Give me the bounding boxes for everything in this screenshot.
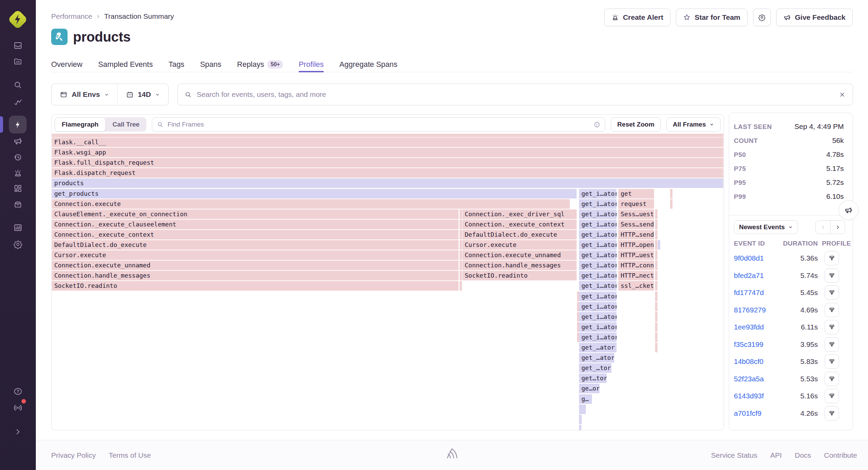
view-profile-button[interactable] (825, 303, 839, 317)
create-alert-button[interactable]: Create Alert (604, 9, 670, 26)
flame-frame[interactable] (460, 220, 462, 229)
flame-frame[interactable]: get_i…ator (579, 209, 617, 219)
flame-frame[interactable] (655, 292, 657, 301)
footer-link-docs[interactable]: Docs (795, 451, 811, 459)
tab-sampled-events[interactable]: Sampled Events (98, 57, 153, 72)
flame-frame[interactable] (52, 134, 723, 137)
flame-frame[interactable]: g… (579, 394, 592, 404)
flame-frame[interactable] (579, 415, 582, 424)
flame-frame[interactable]: HTTP…open (618, 240, 654, 250)
flame-frame[interactable] (655, 261, 657, 270)
flame-frame[interactable]: HTTP…nect (618, 271, 654, 280)
flame-frame[interactable]: Flask.dispatch_request (52, 168, 723, 178)
flame-frame[interactable] (655, 302, 657, 311)
view-profile-button[interactable] (825, 285, 839, 300)
sidebar-item-stats[interactable] (9, 219, 27, 236)
flame-frame[interactable]: Connection.handle_messages (462, 261, 577, 270)
flame-frame[interactable]: request (618, 199, 654, 209)
flame-frame[interactable] (579, 425, 581, 430)
give-feedback-button[interactable]: Give Feedback (776, 9, 853, 26)
flame-frame[interactable] (655, 281, 657, 291)
tab-overview[interactable]: Overview (51, 57, 83, 72)
event-id-link[interactable]: 1ee93fdd (734, 323, 782, 331)
flame-frame[interactable] (655, 230, 657, 239)
flame-frame[interactable]: Connection.execute (52, 199, 570, 209)
flame-frame[interactable] (655, 240, 657, 250)
flame-frame[interactable]: Connection.handle_messages (52, 271, 459, 280)
sidebar-item-feedback[interactable] (9, 132, 27, 150)
sidebar-collapse-toggle[interactable] (9, 423, 27, 441)
flame-frame[interactable] (579, 405, 586, 414)
flame-frame[interactable]: get_i…ator (579, 333, 617, 342)
flame-frame[interactable]: get_i…ator (579, 302, 617, 311)
footer-link-privacy-policy[interactable]: Privacy Policy (51, 451, 96, 459)
flame-frame[interactable] (670, 189, 672, 199)
footer-link-contribute[interactable]: Contribute (824, 451, 857, 459)
flame-frame[interactable]: get_i…ator (579, 281, 617, 291)
tab-call-tree[interactable]: Call Tree (106, 117, 146, 132)
flame-frame[interactable] (655, 322, 657, 332)
view-profile-button[interactable] (825, 268, 839, 283)
flame-frame[interactable] (460, 250, 462, 260)
flame-frame[interactable]: Connection._exec_driver_sql (462, 209, 577, 219)
flame-frame[interactable]: SocketIO.readinto (52, 281, 459, 291)
flame-frame[interactable]: get_…ator (579, 353, 614, 363)
view-profile-button[interactable] (825, 354, 839, 369)
sidebar-item-projects[interactable] (9, 53, 27, 70)
flame-frame[interactable]: Connection._execute_clauseelement (52, 220, 459, 229)
flame-frame[interactable]: Sess…send (618, 220, 654, 229)
flame-frame[interactable]: Flask.full_dispatch_request (52, 158, 723, 167)
flame-frame[interactable]: DefaultDialect.do_execute (462, 230, 577, 239)
flame-frame[interactable] (655, 209, 657, 219)
flame-frame[interactable]: DefaultDialect.do_execute (52, 240, 459, 250)
view-profile-button[interactable] (825, 320, 839, 334)
view-profile-button[interactable] (825, 389, 839, 403)
tab-tags[interactable]: Tags (169, 57, 184, 72)
footer-link-api[interactable]: API (770, 451, 782, 459)
frame-filter-dropdown[interactable]: All Frames (666, 117, 721, 132)
flame-frame[interactable] (655, 271, 657, 280)
sentry-org-logo[interactable] (10, 12, 26, 27)
event-id-link[interactable]: 14b08cf0 (734, 357, 782, 366)
date-range-filter[interactable]: 14D (118, 84, 169, 105)
flamegraph-canvas[interactable]: Flask.__call__Flask.wsgi_appFlask.full_d… (52, 115, 724, 430)
sidebar-item-whats-new[interactable] (9, 398, 27, 416)
flame-frame[interactable]: Connection._execute_context (462, 220, 577, 229)
flame-frame[interactable]: get_i…ator (579, 261, 617, 270)
info-icon[interactable] (594, 121, 600, 128)
settings-button[interactable] (753, 9, 771, 26)
view-profile-button[interactable] (825, 337, 839, 352)
flame-frame[interactable] (655, 220, 657, 229)
event-id-link[interactable]: 9f0d08d1 (734, 254, 782, 262)
sidebar-item-profiling[interactable] (9, 116, 27, 133)
flame-frame[interactable]: get_i…ator (579, 240, 617, 250)
flame-frame[interactable]: products (52, 178, 723, 188)
search-input[interactable] (197, 90, 834, 99)
flame-frame[interactable] (460, 271, 462, 280)
flame-frame[interactable]: Flask.wsgi_app (52, 148, 723, 157)
footer-link-service-status[interactable]: Service Status (711, 451, 757, 459)
flame-frame[interactable] (655, 312, 657, 322)
flame-frame[interactable]: Connection.execute_unnamed (462, 250, 577, 260)
star-for-team-button[interactable]: Star for Team (676, 9, 748, 26)
flame-frame[interactable] (460, 281, 462, 291)
flame-frame[interactable] (655, 333, 657, 342)
flame-frame[interactable] (460, 261, 462, 270)
flame-frame[interactable]: HTTP…conn (618, 261, 654, 270)
event-id-link[interactable]: 6143d93f (734, 392, 782, 400)
event-id-link[interactable]: 81769279 (734, 306, 782, 314)
flame-frame[interactable] (460, 240, 462, 250)
flame-frame[interactable]: get_products (52, 189, 577, 199)
flame-frame[interactable]: Cursor.execute (52, 250, 459, 260)
flame-frame[interactable]: get_…tor (579, 363, 611, 373)
flame-frame[interactable]: Flask.__call__ (52, 137, 723, 147)
flame-frame[interactable] (460, 209, 462, 219)
flame-frame[interactable] (670, 199, 672, 209)
flame-frame[interactable]: get_i…ator (579, 312, 617, 322)
event-id-link[interactable]: a701fcf9 (734, 409, 782, 417)
flame-frame[interactable]: get_i…ator (579, 271, 617, 280)
flame-frame[interactable]: get_i…ator (579, 292, 617, 301)
environment-filter[interactable]: All Envs (52, 84, 117, 105)
flame-frame[interactable]: ClauseElement._execute_on_connection (52, 209, 459, 219)
tab-flamegraph[interactable]: Flamegraph (55, 117, 106, 132)
